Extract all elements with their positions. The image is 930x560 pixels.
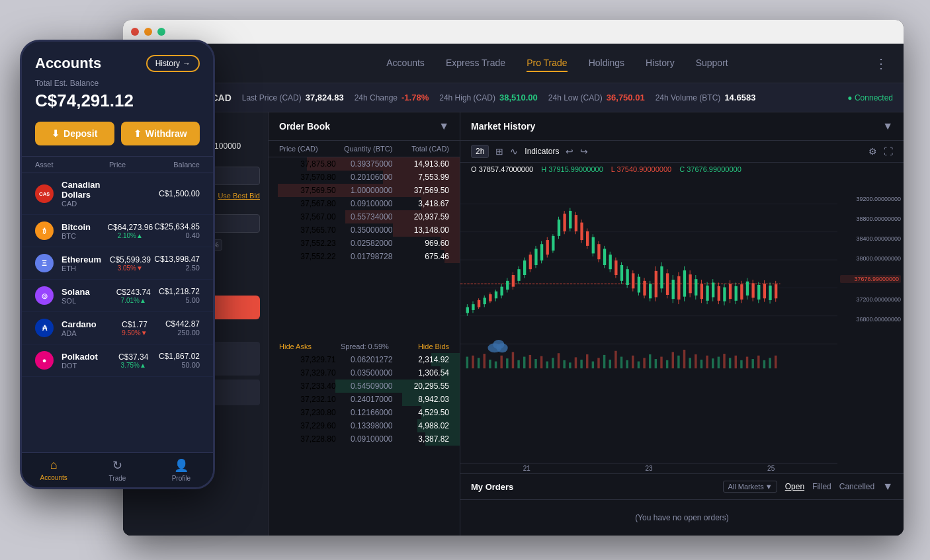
asset-icon-col-sol: ◎ [35, 286, 56, 305]
svg-rect-132 [660, 266, 663, 289]
asset-name-col-eth: Ethereum ETH [62, 255, 106, 272]
ob-ask-row: 37,565.70 0.35000000 13,148.00 [269, 223, 460, 237]
phone-nav-trade[interactable]: ↻ Trade [85, 458, 149, 482]
time-2h-btn[interactable]: 2h [471, 145, 489, 158]
chart-undo-icon[interactable]: ↩ [566, 146, 573, 157]
svg-rect-44 [672, 352, 674, 368]
bid-total-1: 2,314.92 [392, 355, 449, 364]
price-36800: 36800.00000000 [840, 316, 901, 323]
svg-rect-64 [466, 307, 469, 313]
svg-rect-39 [643, 358, 645, 368]
btc-change: 2.10%▲ [106, 232, 154, 239]
phone-nav-profile[interactable]: 👤 Profile [149, 458, 213, 482]
svg-rect-82 [517, 269, 520, 281]
accounts-nav-label: Accounts [40, 474, 67, 481]
trade-nav-icon: ↻ [112, 458, 122, 473]
bid-qty-6: 0.13398000 [336, 421, 393, 430]
svg-rect-76 [500, 287, 503, 296]
main-content: Limit Market Purchase Limit ⓘ CAD $10000… [123, 112, 904, 536]
asset-price-col-sol: C$243.74 7.01%▲ [108, 288, 159, 304]
phone-nav-accounts[interactable]: ⌂ Accounts [22, 458, 85, 482]
svg-rect-9 [472, 356, 474, 368]
nav-express-trade[interactable]: Express Trade [446, 55, 505, 72]
orderbook-header: Order Book ▼ [269, 112, 460, 141]
hide-bids-link[interactable]: Hide Bids [418, 342, 449, 350]
svg-rect-51 [712, 358, 714, 368]
asset-name-col-cad: Canadian Dollars CAD [62, 180, 108, 208]
chart-chevron-icon[interactable]: ▼ [882, 120, 893, 132]
asset-item-cad[interactable]: CA$ Canadian Dollars CAD C$1,500.00 [22, 173, 213, 215]
svg-rect-94 [552, 236, 554, 251]
cad-balance-fiat: C$1,500.00 [159, 189, 200, 198]
profile-nav-label: Profile [172, 475, 190, 482]
bid-total-2: 1,306.54 [392, 368, 449, 378]
asset-item-eth[interactable]: Ξ Ethereum ETH C$5,599.39 3.05%▼ C$13,99… [22, 247, 213, 280]
svg-rect-33 [609, 360, 611, 368]
chart-redo-icon[interactable]: ↪ [580, 146, 588, 157]
chart-fullscreen-icon[interactable]: ⛶ [884, 146, 893, 157]
svg-rect-50 [706, 356, 708, 368]
phone-history-button[interactable]: History → [146, 55, 200, 72]
svg-rect-130 [655, 271, 657, 298]
svg-rect-45 [677, 356, 679, 368]
svg-rect-18 [523, 357, 525, 369]
asset-item-dot[interactable]: ● Polkadot DOT C$37.34 3.75%▲ C$1,867.02… [22, 344, 213, 377]
indicators-btn[interactable]: Indicators [525, 147, 559, 156]
ask-qty-1: 0.39375000 [336, 159, 393, 169]
chart-type-icon[interactable]: ⊞ [495, 146, 503, 157]
asset-list: CA$ Canadian Dollars CAD C$1,500.00 ₿ [22, 173, 213, 452]
time-axis: 21 23 25 [460, 463, 837, 473]
history-btn-label: History [155, 59, 180, 68]
filter-cancelled-link[interactable]: Cancelled [839, 482, 874, 491]
my-orders-chevron-icon[interactable]: ▼ [882, 481, 893, 493]
orderbook-chevron-icon[interactable]: ▼ [439, 120, 449, 132]
app-container: ⊂ BITBUY Accounts Express Trade Pro Trad… [123, 44, 904, 536]
deposit-button[interactable]: ⬇ Deposit [35, 122, 114, 145]
high-item: 24h High (CAD) 38,510.00 [439, 93, 538, 102]
trade-nav-label: Trade [109, 475, 126, 482]
nav-history[interactable]: History [646, 55, 675, 72]
asset-item-sol[interactable]: ◎ Solana SOL C$243.74 7.01%▲ C$1,218.72 … [22, 280, 213, 312]
nav-holdings[interactable]: Holdings [589, 55, 624, 72]
asset-price-col-dot: C$37.34 3.75%▲ [108, 352, 159, 369]
ob-column-headers: Price (CAD) Quantity (BTC) Total (CAD) [269, 141, 460, 157]
filter-filled-link[interactable]: Filled [812, 482, 831, 491]
nav-menu-icon[interactable]: ⋮ [874, 56, 888, 71]
svg-rect-152 [718, 286, 720, 301]
nav-support[interactable]: Support [696, 55, 728, 72]
browser-dot-green [157, 28, 165, 36]
ob-bid-row: 37,329.70 0.03500000 1,306.54 [269, 366, 460, 380]
nav-pro-trade[interactable]: Pro Trade [527, 55, 567, 72]
withdraw-button[interactable]: ⬆ Withdraw [121, 122, 200, 145]
svg-rect-166 [757, 285, 760, 300]
nav-right: ⋮ [874, 56, 888, 71]
dot-name: Polkadot [62, 352, 108, 362]
orderbook-title: Order Book [279, 121, 330, 132]
ob-ask-row: 37,552.22 0.01798728 675.46 [269, 250, 460, 263]
price-38000: 38000.00000000 [840, 255, 901, 262]
withdraw-icon: ⬆ [134, 128, 142, 139]
nav-accounts[interactable]: Accounts [386, 55, 425, 72]
my-orders-section: My Orders All Markets ▼ Open Filled Canc… [460, 473, 904, 536]
sol-balance-crypto: 5.00 [159, 296, 200, 304]
browser-dot-yellow [144, 28, 152, 36]
svg-rect-148 [706, 286, 708, 301]
svg-rect-106 [586, 231, 589, 246]
asset-item-ada[interactable]: ₳ Cardano ADA C$1.77 9.50%▼ C$442.87 250… [22, 312, 213, 344]
phone-bottom-nav: ⌂ Accounts ↻ Trade 👤 Profile [22, 452, 213, 487]
sol-ticker: SOL [62, 297, 108, 305]
svg-rect-47 [689, 358, 691, 368]
chart-settings-icon[interactable]: ⚙ [868, 146, 877, 157]
bid-price-3: 37,233.40 [279, 381, 336, 391]
price-38800: 38800.00000000 [840, 216, 901, 222]
dot-balance-fiat: C$1,867.02 [159, 352, 200, 361]
hide-asks-link[interactable]: Hide Asks [279, 342, 312, 350]
svg-rect-118 [620, 265, 623, 281]
ask-total-2: 7,553.99 [392, 173, 449, 182]
all-markets-btn[interactable]: All Markets ▼ [723, 481, 777, 493]
chart-wave-icon[interactable]: ∿ [510, 146, 518, 157]
asset-item-btc[interactable]: ₿ Bitcoin BTC C$64,273.96 2.10%▲ C$25,63… [22, 215, 213, 247]
svg-rect-96 [558, 220, 560, 236]
filter-open-link[interactable]: Open [785, 482, 804, 491]
svg-rect-15 [506, 358, 508, 368]
